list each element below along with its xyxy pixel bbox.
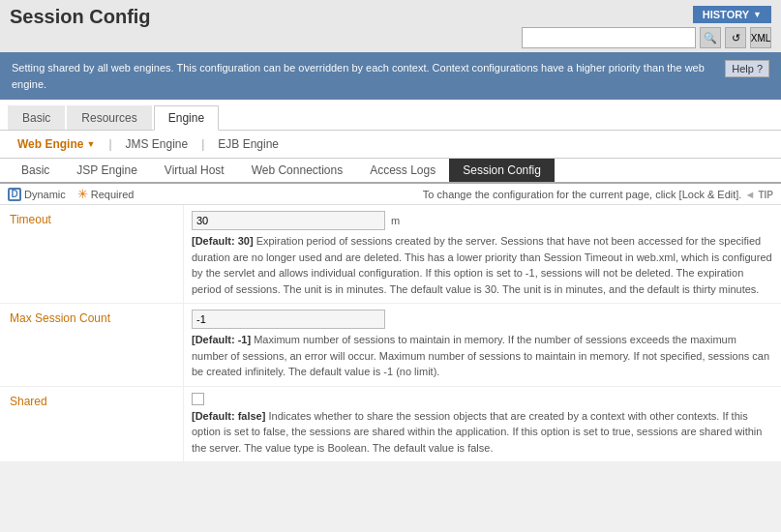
sub-tab-basic[interactable]: Basic bbox=[8, 159, 63, 182]
search-input[interactable] bbox=[522, 27, 696, 48]
shared-description: [Default: false] Indicates whether to sh… bbox=[192, 408, 773, 457]
chevron-down-icon: ▼ bbox=[86, 139, 95, 149]
dynamic-indicator: D Dynamic bbox=[8, 188, 66, 201]
status-left: D Dynamic ✳ Required bbox=[8, 187, 134, 201]
required-indicator: ✳ Required bbox=[77, 187, 135, 201]
status-bar: D Dynamic ✳ Required To change the confi… bbox=[0, 184, 781, 205]
divider: | bbox=[105, 137, 115, 151]
timeout-input[interactable] bbox=[192, 211, 385, 230]
sub-tab-access-logs[interactable]: Access Logs bbox=[356, 159, 449, 182]
sub-tab-jsp-engine[interactable]: JSP Engine bbox=[63, 159, 151, 182]
history-button[interactable]: HISTORY ▼ bbox=[693, 6, 771, 23]
refresh-button[interactable]: ↺ bbox=[725, 27, 746, 48]
config-row-timeout: Timeout m [Default: 30] Expiration perio… bbox=[0, 205, 781, 304]
info-banner: Setting shared by all web engines. This … bbox=[0, 52, 781, 100]
help-button[interactable]: Help ? bbox=[725, 60, 769, 77]
required-icon: ✳ bbox=[77, 187, 88, 201]
status-tip: To change the configuration for the curr… bbox=[423, 189, 773, 200]
refresh-icon: ↺ bbox=[732, 32, 740, 44]
tab-resources[interactable]: Resources bbox=[67, 105, 151, 130]
info-text: Setting shared by all web engines. This … bbox=[12, 60, 715, 92]
shared-value: [Default: false] Indicates whether to sh… bbox=[184, 387, 781, 462]
divider: | bbox=[197, 137, 208, 151]
chevron-down-icon: ▼ bbox=[753, 10, 762, 19]
timeout-label: Timeout bbox=[0, 205, 184, 303]
timeout-unit: m bbox=[391, 213, 400, 229]
config-content: Timeout m [Default: 30] Expiration perio… bbox=[0, 205, 781, 462]
shared-checkbox[interactable] bbox=[192, 393, 204, 405]
max-session-input[interactable] bbox=[192, 310, 385, 329]
top-tabs: Basic Resources Engine bbox=[0, 100, 781, 131]
timeout-value: m [Default: 30] Expiration period of ses… bbox=[184, 205, 781, 303]
sub-tab-session-config[interactable]: Session Config bbox=[449, 159, 555, 182]
export-icon: XML bbox=[751, 33, 771, 44]
sub-tab-web-engine[interactable]: Web Engine ▼ bbox=[8, 134, 105, 154]
toolbar: 🔍 ↺ XML bbox=[522, 27, 771, 48]
sub-tab-web-connections[interactable]: Web Connections bbox=[238, 159, 357, 182]
config-row-max-session: Max Session Count [Default: -1] Maximum … bbox=[0, 304, 781, 387]
sub-tabs-engine: Web Engine ▼ | JMS Engine | EJB Engine bbox=[0, 131, 781, 159]
page-title: Session Config bbox=[10, 6, 151, 28]
sub-tab-virtual-host[interactable]: Virtual Host bbox=[151, 159, 238, 182]
max-session-description: [Default: -1] Maximum number of sessions… bbox=[192, 332, 773, 380]
sub-tabs-web-engine: Basic JSP Engine Virtual Host Web Connec… bbox=[0, 159, 781, 184]
max-session-label: Max Session Count bbox=[0, 304, 184, 386]
dynamic-icon: D bbox=[8, 188, 21, 201]
tip-label: TIP bbox=[758, 190, 773, 200]
export-button[interactable]: XML bbox=[750, 27, 771, 48]
timeout-description: [Default: 30] Expiration period of sessi… bbox=[192, 233, 773, 297]
tab-engine[interactable]: Engine bbox=[154, 105, 219, 131]
page-header: Session Config HISTORY ▼ 🔍 ↺ XML bbox=[0, 0, 781, 52]
search-button[interactable]: 🔍 bbox=[700, 27, 721, 48]
header-right: HISTORY ▼ 🔍 ↺ XML bbox=[522, 6, 771, 48]
max-session-value: [Default: -1] Maximum number of sessions… bbox=[184, 304, 781, 386]
config-row-shared: Shared [Default: false] Indicates whethe… bbox=[0, 387, 781, 463]
web-engine-label: Web Engine bbox=[17, 137, 83, 151]
sub-tab-jms-engine[interactable]: JMS Engine bbox=[116, 134, 198, 154]
tab-basic[interactable]: Basic bbox=[8, 105, 65, 130]
search-icon: 🔍 bbox=[704, 32, 717, 44]
sub-tab-ejb-engine[interactable]: EJB Engine bbox=[208, 134, 288, 154]
shared-label: Shared bbox=[0, 387, 184, 462]
